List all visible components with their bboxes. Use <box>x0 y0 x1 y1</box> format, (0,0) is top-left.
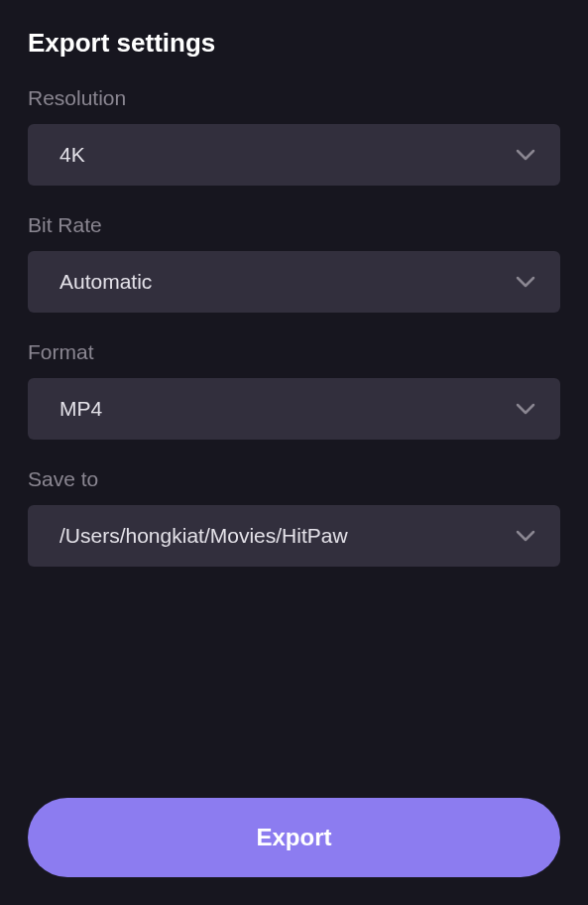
chevron-down-icon <box>515 271 536 293</box>
format-label: Format <box>28 340 560 364</box>
export-button[interactable]: Export <box>28 798 560 877</box>
bitrate-group: Bit Rate Automatic <box>28 213 560 313</box>
saveto-group: Save to /Users/hongkiat/Movies/HitPaw <box>28 467 560 567</box>
page-title: Export settings <box>28 28 560 59</box>
saveto-label: Save to <box>28 467 560 491</box>
resolution-select[interactable]: 4K <box>28 124 560 186</box>
format-group: Format MP4 <box>28 340 560 440</box>
bitrate-select[interactable]: Automatic <box>28 251 560 313</box>
resolution-group: Resolution 4K <box>28 86 560 186</box>
resolution-label: Resolution <box>28 86 560 110</box>
chevron-down-icon <box>515 398 536 420</box>
resolution-value: 4K <box>59 143 85 167</box>
format-value: MP4 <box>59 397 102 421</box>
saveto-select[interactable]: /Users/hongkiat/Movies/HitPaw <box>28 505 560 567</box>
chevron-down-icon <box>515 525 536 547</box>
format-select[interactable]: MP4 <box>28 378 560 440</box>
bitrate-label: Bit Rate <box>28 213 560 237</box>
saveto-value: /Users/hongkiat/Movies/HitPaw <box>59 524 348 548</box>
spacer <box>28 594 560 798</box>
export-form: Resolution 4K Bit Rate Automatic Format … <box>28 86 560 877</box>
bitrate-value: Automatic <box>59 270 152 294</box>
chevron-down-icon <box>515 144 536 166</box>
